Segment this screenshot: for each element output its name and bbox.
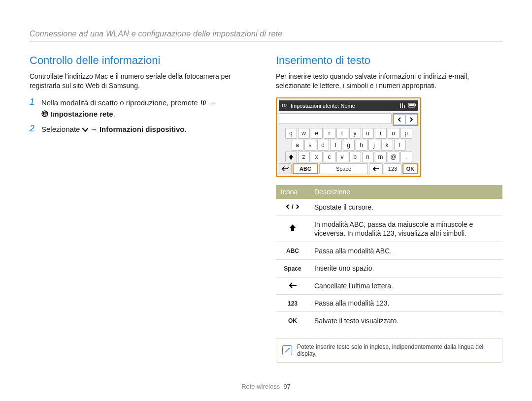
table-header-descrizione: Descrizione: [309, 185, 502, 199]
table-row: 123Passa alla modalità 123.: [276, 294, 502, 312]
step2-pretext: Selezionate: [41, 125, 80, 133]
key-g[interactable]: g: [343, 140, 355, 151]
breadcrumb: Connessione ad una WLAN e configurazione…: [30, 30, 502, 42]
key-h[interactable]: h: [356, 140, 367, 151]
signal-icon: [399, 103, 405, 109]
battery-icon: [408, 103, 416, 109]
footer-section: Rete wireless: [241, 383, 280, 390]
key-w[interactable]: w: [298, 128, 310, 139]
desc-cell: Salvate il testo visualizzato.: [309, 312, 502, 329]
svg-rect-8: [415, 104, 416, 106]
key-v[interactable]: v: [336, 152, 348, 162]
table-row: ABCPassa alla modalità ABC.: [276, 242, 502, 260]
step-2-text: Selezionate → Informazioni dispositivo.: [41, 124, 187, 135]
left-column: Controllo delle informazioni Controllate…: [30, 54, 256, 363]
svg-line-13: [285, 348, 289, 352]
svg-text:/: /: [292, 203, 294, 210]
key-t[interactable]: t: [336, 128, 348, 139]
ok-key[interactable]: OK: [402, 163, 418, 174]
desc-cell: Cancellate l'ultima lettera.: [309, 277, 502, 294]
desc-cell: In modalità ABC, passa da maiuscole a mi…: [309, 216, 502, 242]
text-input[interactable]: [279, 113, 392, 124]
backspace-key[interactable]: [369, 163, 383, 174]
step2-bold: Informazioni dispositivo: [100, 125, 185, 133]
step-1-text: Nella modalità di scatto o riproduzione,…: [41, 97, 216, 121]
cursor-right-key[interactable]: [405, 114, 417, 125]
key-y[interactable]: y: [349, 128, 361, 139]
key-p[interactable]: p: [400, 128, 412, 139]
key-.[interactable]: .: [400, 152, 412, 162]
numeric-key[interactable]: 123: [384, 163, 401, 174]
key-q[interactable]: q: [285, 128, 297, 139]
page-footer: Rete wireless 97: [0, 383, 532, 390]
icon-cell-bsp: [276, 277, 309, 294]
section-title-right: Inserimento di testo: [276, 54, 502, 67]
footer-page: 97: [283, 383, 290, 390]
chevron-down-icon: [82, 124, 88, 136]
table-row: SpaceInserite uno spazio.: [276, 259, 502, 277]
key-s[interactable]: s: [304, 140, 316, 151]
table-header-icona: Icona: [276, 185, 309, 199]
keyboard-header: Impostazioni utente: Nome: [279, 100, 418, 111]
icon-cell-space: Space: [276, 259, 309, 277]
desc-cell: Passa alla modalità ABC.: [309, 242, 502, 260]
key-z[interactable]: z: [298, 152, 310, 162]
shift-key[interactable]: [285, 152, 297, 162]
cursor-buttons: [393, 113, 418, 126]
left-intro: Controllate l'indirizzo Mac e il numero …: [30, 72, 256, 91]
table-row: In modalità ABC, passa da maiuscole a mi…: [276, 216, 502, 242]
step-number: 2: [30, 124, 36, 135]
key-m[interactable]: m: [375, 152, 387, 162]
table-row: OKSalvate il testo visualizzato.: [276, 312, 502, 329]
abc-key[interactable]: ABC: [293, 163, 318, 174]
step-2: 2 Selezionate → Informazioni dispositivo…: [30, 124, 256, 135]
key-r[interactable]: r: [324, 128, 335, 139]
key-d[interactable]: d: [317, 140, 329, 151]
icon-cell-cursor: /: [276, 199, 309, 216]
desc-cell: Inserite uno spazio.: [309, 259, 502, 277]
icon-cell-ok: OK: [276, 312, 309, 329]
step1-pretext: Nella modalità di scatto o riproduzione,…: [41, 98, 198, 107]
note-icon: [282, 345, 292, 355]
key-n[interactable]: n: [362, 152, 374, 162]
key-j[interactable]: j: [368, 140, 380, 151]
key-f[interactable]: f: [330, 140, 342, 151]
note-box: Potete inserire testo solo in inglese, i…: [276, 338, 502, 363]
svg-rect-9: [409, 104, 414, 106]
key-@[interactable]: @: [388, 152, 399, 162]
right-intro: Per inserire testo quando salvate inform…: [276, 72, 502, 91]
step1-bold: Impostazione rete: [50, 110, 113, 118]
key-l[interactable]: l: [394, 140, 406, 151]
key-k[interactable]: k: [381, 140, 393, 151]
keyboard-figure: Impostazioni utente: Nome qwertyuiop asd…: [276, 97, 421, 177]
key-u[interactable]: u: [362, 128, 374, 139]
key-a[interactable]: a: [292, 140, 303, 151]
desc-cell: Spostate il cursore.: [309, 199, 502, 216]
icon-cell-n123: 123: [276, 294, 309, 312]
key-o[interactable]: o: [388, 128, 399, 139]
key-b[interactable]: b: [349, 152, 361, 162]
note-text: Potete inserire testo solo in inglese, i…: [297, 343, 496, 357]
keyboard-rows: qwertyuiop asdfghjkl zxcvbnm@.: [279, 128, 418, 162]
key-i[interactable]: i: [375, 128, 387, 139]
antenna-icon: [200, 98, 207, 109]
key-x[interactable]: x: [311, 152, 323, 162]
globe-icon: [41, 109, 48, 121]
icon-cell-abc: ABC: [276, 242, 309, 260]
section-title-left: Controllo delle informazioni: [30, 54, 256, 67]
table-row: Cancellate l'ultima lettera.: [276, 277, 502, 294]
key-e[interactable]: e: [311, 128, 323, 139]
cursor-left-key[interactable]: [394, 114, 405, 125]
table-row: /Spostate il cursore.: [276, 199, 502, 216]
key-c[interactable]: c: [324, 152, 335, 162]
back-key[interactable]: [279, 163, 292, 174]
icon-table: Icona Descrizione /Spostate il cursore.I…: [276, 185, 502, 329]
right-column: Inserimento di testo Per inserire testo …: [276, 54, 502, 363]
keyboard-title: Impostazioni utente: Nome: [291, 103, 397, 109]
desc-cell: Passa alla modalità 123.: [309, 294, 502, 312]
wifi-icon: [281, 102, 288, 109]
icon-cell-shift: [276, 216, 309, 242]
svg-point-0: [203, 100, 204, 101]
step-number: 1: [30, 97, 36, 121]
space-key[interactable]: Space: [319, 163, 368, 174]
